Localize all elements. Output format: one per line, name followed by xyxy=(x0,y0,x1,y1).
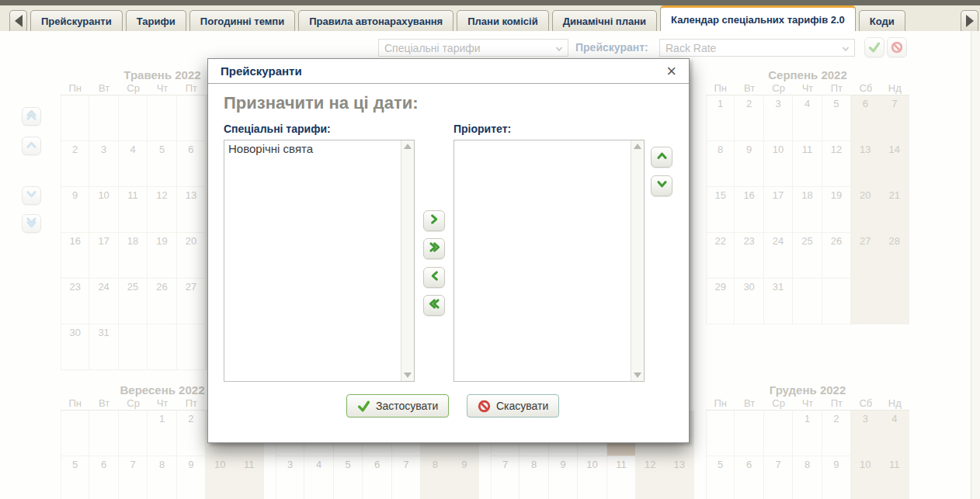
chevron-right-icon xyxy=(429,213,440,228)
tab-2[interactable]: Тарифи xyxy=(126,10,186,31)
scroll-up-arrow-icon xyxy=(634,144,641,149)
window-top-strip xyxy=(0,0,980,5)
move-down-button[interactable] xyxy=(651,175,672,196)
cancel-button[interactable]: Скасувати xyxy=(467,394,559,418)
scroll-down-arrow-icon xyxy=(404,373,412,378)
tab-6[interactable]: Динамічні плани xyxy=(552,10,657,31)
cancel-button-label: Скасувати xyxy=(496,400,548,412)
priority-list-label: Пріоритет: xyxy=(454,123,511,135)
dialog-title: Прейскуранти xyxy=(221,64,666,78)
tab-4[interactable]: Правила автонарахування xyxy=(298,10,454,31)
move-right-button[interactable] xyxy=(423,210,445,231)
apply-button-label: Застосувати xyxy=(376,400,438,412)
listbox-scrollbar[interactable] xyxy=(631,140,644,381)
scroll-down-arrow-icon xyxy=(634,373,641,378)
dialog-title-bar: Прейскуранти × xyxy=(208,59,689,84)
double-chevron-right-icon xyxy=(429,241,440,256)
tabs-scroll-left-button[interactable] xyxy=(9,10,27,31)
tab-5[interactable]: Плани комісій xyxy=(457,10,548,31)
tabs-scroll-right-button[interactable] xyxy=(961,10,978,31)
listbox-scrollbar[interactable] xyxy=(401,140,414,381)
list-item[interactable]: Новорічні свята xyxy=(224,140,401,157)
apply-button[interactable]: Застосувати xyxy=(346,394,449,418)
tab-3[interactable]: Погодинні темпи xyxy=(189,10,295,31)
tab-1[interactable]: Прейскуранти xyxy=(30,10,123,31)
dialog-heading: Призначити на ці дати: xyxy=(224,93,419,113)
chevron-up-icon xyxy=(656,150,668,165)
dialog-close-button[interactable]: × xyxy=(666,64,676,79)
pricelists-dialog: Прейскуранти × Призначити на ці дати: Сп… xyxy=(207,58,690,443)
tab-bar: ПрейскурантиТарифиПогодинні темпиПравила… xyxy=(0,5,980,31)
move-all-left-button[interactable] xyxy=(423,295,445,316)
special-rates-list-label: Спеціальні тарифи: xyxy=(224,123,331,135)
no-entry-icon xyxy=(478,400,491,413)
move-left-button[interactable] xyxy=(423,267,445,288)
scroll-up-arrow-icon xyxy=(404,144,412,149)
triangle-left-icon xyxy=(15,15,23,27)
chevron-left-icon xyxy=(429,270,440,285)
tab-8[interactable]: Коди xyxy=(859,10,905,31)
move-up-button[interactable] xyxy=(651,147,672,168)
check-icon xyxy=(357,400,370,413)
triangle-right-icon xyxy=(966,15,974,27)
move-all-right-button[interactable] xyxy=(423,238,445,259)
chevron-down-icon xyxy=(656,178,668,193)
priority-listbox[interactable] xyxy=(454,140,645,382)
tab-7[interactable]: Календар спеціальних тарифів 2.0 xyxy=(660,5,856,31)
special-rates-listbox[interactable]: Новорічні свята xyxy=(224,140,415,382)
double-chevron-left-icon xyxy=(429,298,440,313)
